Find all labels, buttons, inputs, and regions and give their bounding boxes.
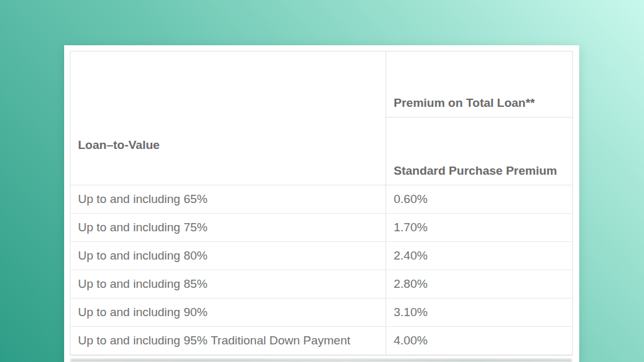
table-row: Up to and including 80% 2.40% <box>70 242 572 270</box>
header-loan-to-value: Loan–to-Value <box>70 52 386 185</box>
table-row: Up to and including 90% 3.10% <box>70 299 572 327</box>
premium-cell: 2.40% <box>386 242 572 270</box>
ltv-cell: Up to and including 65% <box>70 185 386 213</box>
header-standard-purchase-premium: Standard Purchase Premium <box>386 118 572 185</box>
table-header-row: Loan–to-Value Premium on Total Loan** St… <box>70 52 572 185</box>
header-premium-column: Premium on Total Loan** Standard Purchas… <box>386 52 572 185</box>
table-body: Up to and including 65% 0.60% Up to and … <box>70 185 572 355</box>
ltv-cell: Up to and including 90% <box>70 299 386 326</box>
table-row: Up to and including 65% 0.60% <box>70 185 572 214</box>
premium-table-card: Loan–to-Value Premium on Total Loan** St… <box>64 45 579 362</box>
premium-cell: 1.70% <box>386 214 572 241</box>
gradient-background: Loan–to-Value Premium on Total Loan** St… <box>0 0 644 362</box>
ltv-cell: Up to and including 75% <box>70 214 386 241</box>
premium-cell: 3.10% <box>386 299 572 326</box>
table-row: Up to and including 95% Traditional Down… <box>70 327 572 355</box>
ltv-cell: Up to and including 80% <box>70 242 386 270</box>
premium-cell: 0.60% <box>386 185 572 213</box>
ltv-cell: Up to and including 85% <box>70 270 386 298</box>
table-row: Up to and including 85% 2.80% <box>70 270 572 299</box>
premium-table: Loan–to-Value Premium on Total Loan** St… <box>70 51 573 356</box>
premium-cell: 2.80% <box>386 270 572 298</box>
ltv-cell: Up to and including 95% Traditional Down… <box>70 327 386 354</box>
premium-cell: 4.00% <box>386 327 572 354</box>
header-premium-on-total-loan: Premium on Total Loan** <box>386 52 572 118</box>
cutoff-content-strip <box>70 359 572 362</box>
table-row: Up to and including 75% 1.70% <box>70 214 572 242</box>
